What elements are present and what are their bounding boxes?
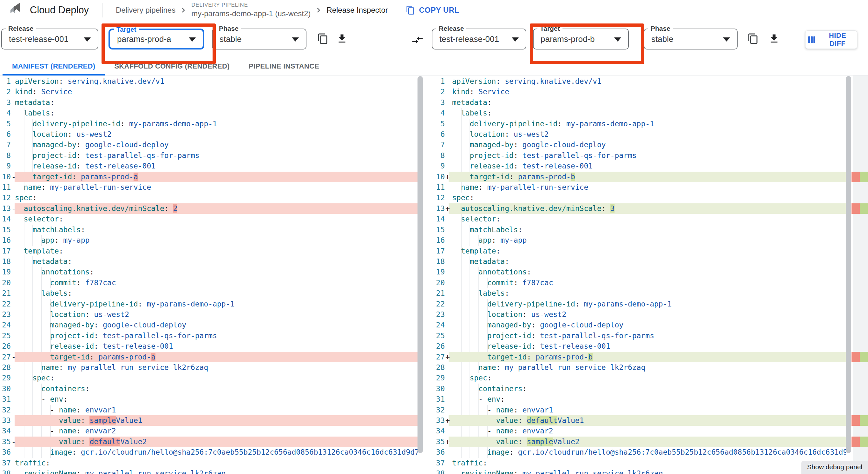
phase-select-right[interactable]: Phase stable — [644, 29, 738, 50]
target-select-right[interactable]: Target params-prod-b — [533, 29, 629, 50]
download-manifest-button-left[interactable] — [335, 32, 349, 46]
breadcrumb-pipeline[interactable]: DELIVERY PIPELINE my-params-demo-app-1 (… — [191, 2, 311, 18]
yaml-line: 26 release-id: test-release-001 — [434, 341, 846, 351]
yaml-code: release-id: test-release-001 — [15, 341, 173, 351]
yaml-code: labels: — [15, 288, 72, 298]
breadcrumb-eyebrow: DELIVERY PIPELINE — [191, 2, 311, 8]
yaml-code: release-id: test-release-001 — [15, 161, 155, 171]
scrollbar-right-panel[interactable] — [846, 76, 851, 453]
manifest-diff-area: 1apiVersion: serving.knative.dev/v12kind… — [0, 75, 868, 474]
line-number: 38 — [434, 468, 445, 474]
yaml-code: commit: f787cac — [15, 278, 116, 288]
breadcrumb-delivery-pipelines[interactable]: Delivery pipelines — [116, 6, 176, 14]
yaml-code: location: us-west2 — [15, 309, 129, 320]
yaml-code: release-id: test-release-001 — [452, 341, 610, 351]
line-number: 10 — [434, 171, 445, 182]
phase-value: stable — [644, 34, 673, 44]
line-number: 21 — [0, 288, 11, 298]
line-number: 16 — [434, 235, 445, 246]
line-number: 19 — [0, 267, 11, 277]
yaml-code: app: my-app — [15, 235, 90, 246]
yaml-code: metadata: — [15, 97, 55, 108]
line-number: 9 — [0, 161, 11, 171]
minimap-diff-marker — [851, 437, 868, 447]
line-number: 34 — [434, 426, 445, 436]
phase-label: Phase — [648, 25, 673, 32]
yaml-line: 31 - env: — [0, 394, 417, 405]
yaml-code: name: my-parallel-run-service — [452, 182, 588, 193]
copy-manifest-button-left[interactable] — [316, 32, 330, 46]
tab-manifest-rendered[interactable]: MANIFEST (RENDERED) — [3, 58, 105, 75]
diff-minimap[interactable] — [853, 75, 868, 474]
release-select-left[interactable]: Release test-release-001 — [1, 29, 98, 50]
line-number: 17 — [434, 246, 445, 256]
line-number: 16 — [0, 235, 11, 246]
line-number: 12 — [434, 193, 445, 203]
scrollbar-left-panel[interactable] — [417, 76, 423, 453]
diff-plus-sign: + — [445, 171, 449, 182]
download-icon — [768, 33, 780, 44]
line-number: 14 — [0, 214, 11, 224]
hide-diff-button[interactable]: HIDE DIFF — [805, 30, 857, 49]
yaml-line: 3metadata: — [0, 97, 417, 108]
line-number: 5 — [434, 119, 445, 129]
yaml-code: delivery-pipeline-id: my-params-demo-app… — [15, 119, 217, 129]
line-number: 19 — [434, 267, 445, 277]
line-number: 35 — [0, 437, 11, 447]
yaml-code: managed-by: google-cloud-deploy — [15, 139, 169, 150]
yaml-line: 29 spec: — [0, 373, 417, 383]
copy-icon — [747, 33, 759, 44]
yaml-line: 16 app: my-app — [434, 235, 846, 246]
tab-skaffold-config-rendered[interactable]: SKAFFOLD CONFIG (RENDERED) — [105, 58, 239, 75]
yaml-line: 6 location: us-west2 — [434, 129, 846, 139]
target-select-left[interactable]: Target params-prod-a — [108, 29, 204, 50]
hide-diff-label: HIDE DIFF — [820, 31, 855, 48]
yaml-code: release-id: test-release-001 — [452, 161, 593, 171]
download-manifest-button-right[interactable] — [767, 32, 781, 46]
yaml-line: 32 - name: envvar1 — [434, 405, 846, 415]
swap-targets-button[interactable] — [410, 33, 425, 47]
yaml-code: containers: — [15, 384, 90, 394]
line-number: 28 — [434, 362, 445, 373]
copy-url-button[interactable]: COPY URL — [406, 5, 459, 15]
yaml-line: 24 managed-by: google-cloud-deploy — [434, 320, 846, 330]
diff-plus-sign: + — [445, 415, 449, 426]
yaml-code: value: sampleValue2 — [452, 437, 580, 447]
yaml-line: 38- revisionName: my-parallel-run-servic… — [434, 468, 846, 474]
yaml-code: traffic: — [452, 458, 487, 468]
show-debug-panel-button[interactable]: Show debug panel — [801, 461, 868, 474]
yaml-code: project-id: test-parallel-qs-for-parms — [452, 330, 654, 341]
line-number: 30 — [0, 384, 11, 394]
yaml-line: 9 release-id: test-release-001 — [434, 161, 846, 171]
target-label: Target — [537, 25, 562, 32]
tab-pipeline-instance[interactable]: PIPELINE INSTANCE — [239, 58, 329, 75]
line-number: 6 — [434, 129, 445, 139]
release-select-right[interactable]: Release test-release-001 — [432, 29, 526, 50]
yaml-line: 19 annotations: — [434, 267, 846, 277]
yaml-code: spec: — [15, 193, 37, 203]
yaml-code: - env: — [452, 394, 505, 405]
line-number: 27 — [0, 352, 11, 362]
yaml-code: annotations: — [15, 267, 94, 277]
line-number: 14 — [434, 214, 445, 224]
yaml-line: 25 project-id: test-parallel-qs-for-parm… — [0, 330, 417, 341]
yaml-line: 4 labels: — [0, 108, 417, 118]
manifest-panel-left[interactable]: 1apiVersion: serving.knative.dev/v12kind… — [0, 75, 417, 474]
yaml-code: target-id: params-prod-a — [15, 352, 155, 362]
target-label: Target — [114, 25, 139, 33]
target-value: params-prod-b — [534, 34, 595, 44]
line-number: 25 — [434, 330, 445, 341]
phase-select-left[interactable]: Phase stable — [212, 29, 307, 50]
copy-manifest-button-right[interactable] — [746, 32, 760, 46]
compare-arrows-icon — [411, 34, 424, 46]
yaml-line: 20 commit: f787cac — [434, 278, 846, 288]
yaml-code: autoscaling.knative.dev/minScale: 3 — [452, 203, 615, 214]
yaml-code: - revisionName: my-parallel-run-service-… — [452, 468, 663, 474]
manifest-panel-right[interactable]: 1apiVersion: serving.knative.dev/v12kind… — [434, 75, 846, 474]
minimap-diff-marker — [851, 352, 868, 362]
yaml-line: 17 template: — [434, 246, 846, 256]
yaml-code: template: — [452, 246, 500, 256]
dropdown-caret-icon — [723, 37, 730, 41]
yaml-line: 31 - env: — [434, 394, 846, 405]
yaml-line: 25 project-id: test-parallel-qs-for-parm… — [434, 330, 846, 341]
